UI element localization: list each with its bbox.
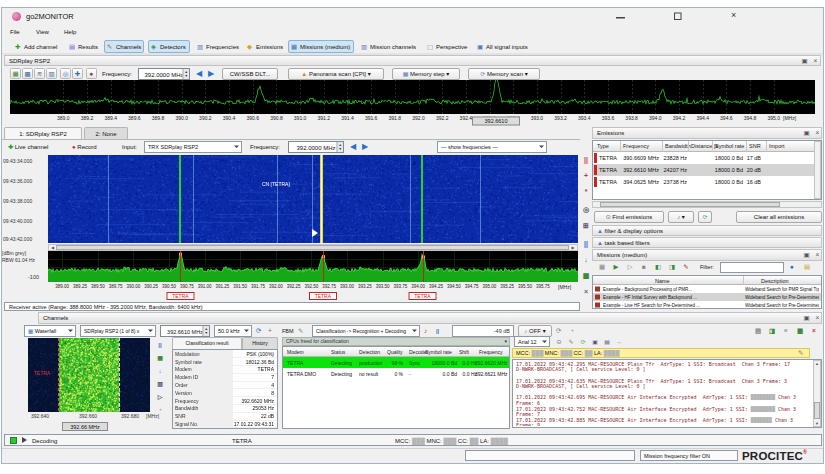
- mission-row[interactable]: Example - Live HF Search for Pre-Determi…: [593, 301, 821, 309]
- step-icon[interactable]: ▷: [154, 392, 166, 402]
- live-channel-button[interactable]: ✚ Live channel: [8, 143, 48, 150]
- export-icon[interactable]: →: [614, 337, 624, 347]
- arrow-down-icon[interactable]: ↓: [154, 366, 166, 376]
- decoder-scroll-down[interactable]: ▼: [814, 421, 820, 426]
- copy-mission-icon[interactable]: ◧: [652, 262, 664, 272]
- wf-next-button[interactable]: ▶: [362, 141, 368, 151]
- tab-classification-result[interactable]: Classification result: [172, 337, 242, 349]
- emission-marker-label[interactable]: TETRA: [166, 292, 194, 300]
- waterfall-scroll-thumb[interactable]: [56, 245, 569, 250]
- cpu-table-header[interactable]: ModemStatusDetectionQualityDecoderSymbol…: [283, 347, 509, 357]
- schedule-mission-icon[interactable]: ▷: [624, 262, 636, 272]
- channel-refresh-icon[interactable]: ⟳: [256, 326, 261, 336]
- emissions-refresh-button[interactable]: ⟳: [698, 211, 712, 223]
- scroll-right-icon[interactable]: ▶: [570, 245, 576, 250]
- emissions-table-header[interactable]: TypeFrequencyBandwidthDistance [kSymbol …: [593, 141, 814, 152]
- rx-frequency-spinner[interactable]: 392.0000 MHz▲▼: [138, 68, 190, 80]
- memory-scan-button[interactable]: ⟳ Memory scan ▾: [468, 68, 540, 80]
- waterfall-icon[interactable]: ▩: [22, 68, 33, 79]
- maximize-button[interactable]: [674, 13, 682, 21]
- pause-channel-icon[interactable]: ||: [154, 340, 166, 350]
- channel-add-icon[interactable]: +: [268, 326, 272, 336]
- run-mission-icon[interactable]: ▶: [610, 262, 622, 272]
- memory-step-button[interactable]: ▦ Memory step ▾: [392, 68, 460, 80]
- toolbar-button-results[interactable]: ▤Results: [66, 40, 100, 53]
- stats-icon[interactable]: ▦: [581, 270, 591, 280]
- wf-prev-button[interactable]: ◀: [350, 141, 356, 151]
- edit-icon[interactable]: ✎: [566, 337, 576, 347]
- refresh-icon[interactable]: ⟳: [578, 337, 588, 347]
- missions-filter-input[interactable]: [720, 262, 784, 273]
- loop-icon[interactable]: ⟳: [556, 326, 561, 336]
- close-button[interactable]: ×: [731, 10, 741, 20]
- add-mission-icon[interactable]: ▦: [596, 262, 608, 272]
- channels-close-icon[interactable]: ×: [813, 313, 822, 322]
- emission-marker-label[interactable]: TETRA: [409, 292, 437, 300]
- toolbar-button-all-signal-inputs[interactable]: ▣All signal inputs: [474, 40, 532, 53]
- cpu-row[interactable]: TETRADetectingproduction98 %Sync18000.0 …: [283, 357, 509, 368]
- emission-marker-label[interactable]: TETRA: [309, 292, 337, 300]
- filter-options-section[interactable]: ▲ filter & display options: [592, 225, 822, 236]
- import-mission-icon[interactable]: ◨: [666, 262, 678, 272]
- scroll-left-icon[interactable]: ◀: [50, 245, 56, 250]
- export-icon[interactable]: ◨: [766, 326, 778, 336]
- task-filters-section[interactable]: ▲ task based filters: [592, 237, 822, 248]
- strip-close-icon[interactable]: ×: [581, 286, 591, 296]
- toolbar-button-channels[interactable]: ✎Channels: [104, 40, 144, 53]
- input-select[interactable]: TRX SDRplay RSP2: [144, 141, 242, 153]
- level-meter[interactable]: -49 dB: [452, 325, 514, 337]
- rx-next-frequency-button[interactable]: ▶: [208, 68, 214, 78]
- panorama-scan-button[interactable]: ▲ Panorama scan [CPI] ▾: [288, 68, 384, 80]
- toolbar-button-perspective[interactable]: ▢Perspective ▾: [424, 40, 470, 53]
- missions-close-icon[interactable]: ×: [813, 250, 822, 259]
- close-channel-icon[interactable]: ×: [808, 326, 820, 336]
- emissions-float-icon[interactable]: ▣: [802, 128, 811, 137]
- print-icon[interactable]: ▤: [602, 337, 612, 347]
- menu-file[interactable]: File: [10, 28, 20, 35]
- record-button[interactable]: ● Record: [72, 143, 97, 150]
- emissions-close-icon[interactable]: ×: [813, 128, 822, 137]
- emissions-sound-select[interactable]: ♪ ▾: [668, 211, 694, 223]
- mission-row[interactable]: Example - Background Processing of PMR..…: [593, 285, 821, 293]
- show-frequencies-select[interactable]: — show frequencies —: [437, 141, 547, 153]
- pause-icon[interactable]: ||: [436, 326, 439, 336]
- toolbar-button-mission-channels[interactable]: ▥Mission channels: [358, 40, 420, 53]
- find-emissions-button[interactable]: ⊙ Find emissions: [594, 211, 664, 223]
- pause-acquisition-icon[interactable]: ||: [581, 154, 591, 164]
- cpu-row[interactable]: TETRA DMODetectingno result0 %-0.0 Bd0.0…: [283, 368, 509, 379]
- clock-icon[interactable]: ◔: [570, 326, 574, 336]
- layout-icon[interactable]: ▥: [46, 68, 57, 79]
- marker-icon[interactable]: ◎: [60, 68, 71, 79]
- channels-float-icon[interactable]: ▣: [802, 313, 811, 322]
- list-icon[interactable]: ≡: [780, 326, 792, 336]
- emissions-col-4[interactable]: Symbol rate: [715, 143, 744, 149]
- save-icon[interactable]: ▣: [590, 337, 600, 347]
- print-icon[interactable]: ▤: [752, 326, 764, 336]
- emissions-row[interactable]: TETRA394.0625 MHz23738 Hz18000.0 Bd16 dB: [593, 176, 814, 188]
- pause-display-icon[interactable]: ||: [581, 238, 591, 248]
- stop-mission-icon[interactable]: ■: [638, 262, 650, 272]
- emissions-col-6[interactable]: Import: [769, 143, 785, 149]
- missions-log-icon[interactable]: ▤: [804, 262, 810, 272]
- edit-icon[interactable]: ✎: [298, 326, 303, 336]
- rx-prev-frequency-button[interactable]: ◀: [196, 68, 202, 78]
- record-dot-icon[interactable]: ●: [86, 68, 97, 79]
- mission-row[interactable]: Example - HF Initial Survey with Backgro…: [593, 293, 821, 301]
- toolbar-button-emissions[interactable]: ◆Emissions: [244, 40, 284, 53]
- sound-icon[interactable]: ♪: [424, 326, 427, 336]
- narrowband-spectrum[interactable]: [48, 251, 578, 282]
- waterfall-icon[interactable]: ▦: [154, 353, 166, 363]
- burst-icon[interactable]: *: [581, 186, 591, 196]
- rx-frequency-marker[interactable]: 392.6610: [472, 117, 520, 126]
- float-panel-icon[interactable]: ▣: [800, 56, 809, 65]
- toolbar-button-add-channel[interactable]: ✚Add channel: [12, 40, 62, 53]
- wideband-spectrum[interactable]: [10, 80, 815, 114]
- menu-view[interactable]: View: [36, 28, 49, 35]
- decoder-scroll-up[interactable]: ▲: [814, 361, 820, 366]
- minimize-button[interactable]: [616, 17, 625, 19]
- emissions-col-1[interactable]: Frequency: [623, 143, 649, 149]
- emissions-vscroll[interactable]: [814, 141, 821, 199]
- rx-tune-button[interactable]: CW/SSB DLT...: [222, 68, 278, 80]
- tab-history[interactable]: History: [242, 337, 278, 349]
- tune-icon[interactable]: ◎: [581, 204, 591, 214]
